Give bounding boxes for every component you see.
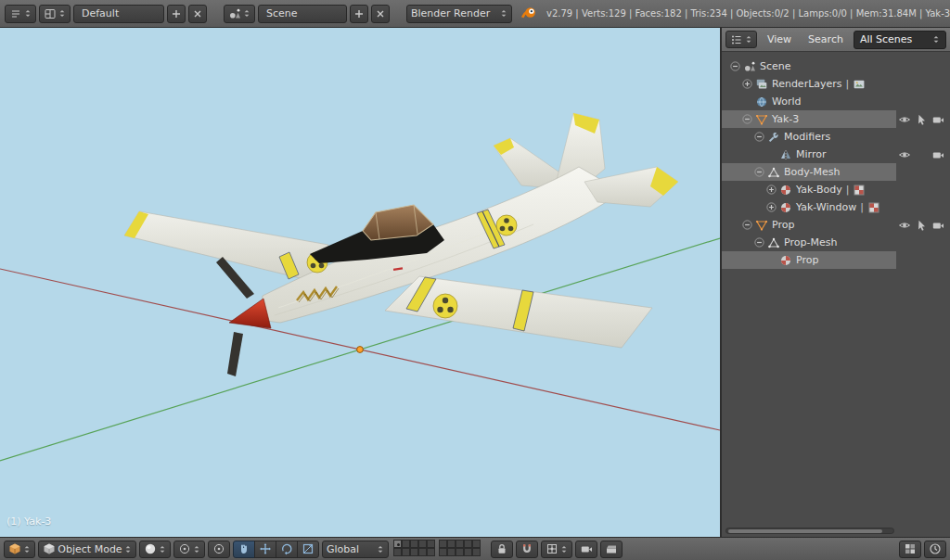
camera-icon[interactable]	[931, 148, 944, 161]
opengl-render-button[interactable]	[575, 541, 597, 558]
outliner-row[interactable]: Scene	[722, 57, 950, 75]
opengl-render-anim-button[interactable]	[600, 541, 623, 558]
layer-toggle[interactable]	[472, 540, 481, 548]
outliner-row[interactable]: Prop-Mesh	[722, 234, 950, 251]
pointer-icon[interactable]	[915, 113, 928, 126]
layer-toggle[interactable]	[402, 548, 410, 556]
layer-toggle[interactable]	[439, 540, 447, 548]
layer-toggle[interactable]	[410, 548, 418, 556]
outliner-item-label[interactable]: RenderLayers	[772, 78, 842, 90]
footer-icon-button-1[interactable]	[899, 541, 921, 558]
outliner-row[interactable]: Body-Mesh	[722, 163, 950, 181]
editor-type-button-outliner[interactable]	[725, 31, 757, 48]
collapse-icon[interactable]	[741, 113, 753, 125]
scene-browse-button[interactable]	[224, 5, 255, 23]
expand-icon[interactable]	[765, 184, 777, 196]
scene-delete-button[interactable]	[371, 5, 390, 23]
menu-search[interactable]: Search	[802, 33, 850, 45]
pivot-select[interactable]	[173, 541, 205, 558]
camera-icon[interactable]	[931, 219, 944, 232]
orientation-select[interactable]: Global	[322, 541, 389, 558]
outliner-item-label[interactable]: Prop	[772, 219, 794, 231]
footer-icon-button-2[interactable]	[924, 541, 946, 558]
outliner-item-label[interactable]: Yak-Window	[796, 201, 856, 213]
separator: |	[860, 201, 864, 213]
scrollbar-thumb[interactable]	[728, 529, 882, 533]
eye-icon[interactable]	[898, 113, 911, 126]
collapse-icon[interactable]	[729, 60, 741, 72]
snap-element-select[interactable]	[541, 541, 572, 558]
outliner-row[interactable]: Yak-Body|	[722, 181, 950, 198]
outliner-row[interactable]: Prop	[722, 251, 950, 269]
layer-toggle[interactable]	[410, 540, 418, 548]
snap-toggle[interactable]	[516, 541, 538, 558]
outliner-row[interactable]: Prop	[722, 216, 950, 234]
3d-viewport[interactable]: (1) Yak-3	[0, 28, 720, 537]
layer-toggle[interactable]	[393, 548, 402, 556]
layer-toggle[interactable]	[456, 548, 464, 556]
outliner-item-label[interactable]: World	[772, 95, 802, 108]
layout-add-button[interactable]	[167, 5, 186, 23]
expand-icon[interactable]	[741, 78, 753, 90]
display-filter-select[interactable]: All Scenes	[854, 31, 946, 49]
layer-toggle[interactable]	[418, 540, 427, 548]
outliner-item-label[interactable]: Body-Mesh	[784, 166, 841, 178]
texture-icon[interactable]	[867, 201, 880, 214]
viewport-canvas[interactable]	[0, 28, 720, 537]
lock-toggle[interactable]	[491, 541, 513, 558]
outliner-item-label[interactable]: Prop	[796, 254, 818, 266]
layer-toggle[interactable]	[393, 540, 402, 548]
expand-icon[interactable]	[765, 201, 777, 213]
collapse-icon[interactable]	[753, 131, 765, 143]
layer-toggle[interactable]	[464, 548, 472, 556]
manipulator-rotate[interactable]	[276, 541, 298, 558]
outliner-row[interactable]: World	[722, 93, 950, 110]
manipulator-toggle[interactable]	[233, 541, 255, 558]
outliner-item-label[interactable]: Prop-Mesh	[784, 236, 837, 248]
outliner-row[interactable]: Yak-3	[722, 110, 950, 128]
outliner-item-label[interactable]: Yak-3	[772, 113, 799, 125]
outliner-row[interactable]: Mirror	[722, 146, 950, 163]
collapse-icon[interactable]	[741, 219, 753, 231]
collapse-icon[interactable]	[753, 166, 765, 178]
shading-select[interactable]	[139, 541, 171, 558]
region-divider[interactable]	[720, 28, 722, 537]
outliner-item-label[interactable]: Modifiers	[784, 131, 830, 143]
texture-icon[interactable]	[853, 184, 866, 197]
layer-toggle[interactable]	[464, 540, 472, 548]
outliner-item-label[interactable]: Mirror	[796, 148, 826, 160]
scene-name-field[interactable]: Scene	[258, 5, 347, 23]
outliner-item-label[interactable]: Scene	[760, 60, 791, 72]
layer-toggle[interactable]	[456, 540, 464, 548]
layout-name-field[interactable]: Default	[73, 5, 164, 23]
menu-view[interactable]: View	[761, 33, 798, 45]
pointer-icon[interactable]	[915, 219, 928, 232]
engine-select[interactable]: Blender Render	[406, 5, 512, 23]
layer-toggle[interactable]	[427, 540, 435, 548]
editor-type-button-info[interactable]	[5, 5, 36, 23]
outliner-row[interactable]: RenderLayers|	[722, 75, 950, 93]
layer-toggle[interactable]	[447, 540, 456, 548]
layer-toggle[interactable]	[472, 548, 481, 556]
mode-select[interactable]: Object Mode	[38, 541, 136, 558]
layer-toggle[interactable]	[427, 548, 435, 556]
layout-delete-button[interactable]	[188, 5, 207, 23]
collapse-icon[interactable]	[753, 236, 765, 248]
eye-icon[interactable]	[898, 219, 911, 232]
outliner-row[interactable]: Yak-Window|	[722, 198, 950, 216]
outliner-row[interactable]: Modifiers	[722, 128, 950, 146]
layer-toggle[interactable]	[418, 548, 427, 556]
camera-icon[interactable]	[931, 113, 944, 126]
image-icon[interactable]	[853, 78, 866, 91]
manipulator-scale[interactable]	[297, 541, 319, 558]
outliner-item-label[interactable]: Yak-Body	[796, 184, 842, 196]
manipulator-translate[interactable]	[254, 541, 276, 558]
scene-add-button[interactable]	[350, 5, 368, 23]
layout-browse-button[interactable]	[39, 5, 71, 23]
layer-toggle[interactable]	[439, 548, 447, 556]
editor-type-button-3dview[interactable]	[4, 541, 35, 558]
layer-toggle[interactable]	[447, 548, 456, 556]
eye-icon[interactable]	[898, 148, 911, 161]
layer-toggle[interactable]	[402, 540, 410, 548]
center-points-toggle[interactable]	[208, 541, 230, 558]
